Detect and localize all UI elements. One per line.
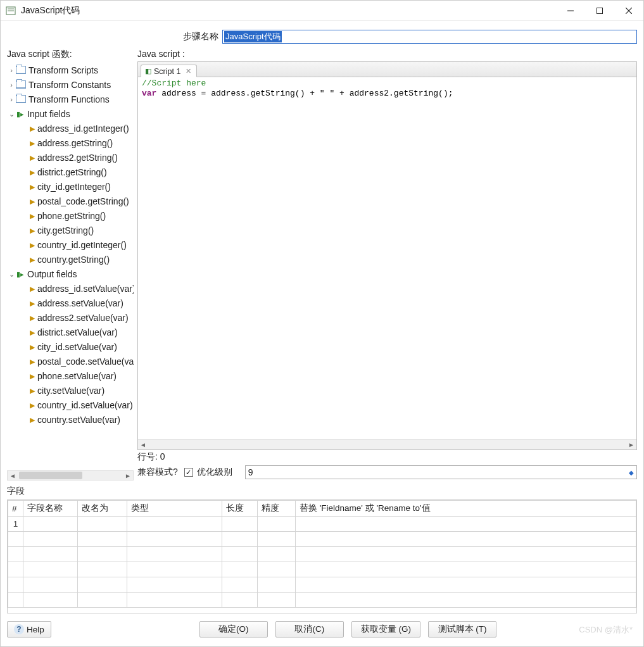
table-cell[interactable]: 1 — [8, 517, 23, 532]
table-row[interactable] — [8, 593, 636, 608]
tree-row[interactable]: ▶address.getString() — [7, 135, 134, 150]
table-cell[interactable] — [222, 577, 258, 593]
tree-row[interactable]: ▶address_id.getInteger() — [7, 121, 134, 135]
cancel-button[interactable]: 取消(C) — [275, 621, 344, 638]
table-cell[interactable] — [258, 577, 296, 593]
tree-row[interactable]: ⌄▮▸Input fields — [7, 106, 134, 121]
table-cell[interactable] — [296, 577, 636, 593]
functions-tree[interactable]: ›Transform Scripts›Transform Constants›T… — [7, 63, 134, 470]
collapse-icon[interactable]: ⌄ — [7, 107, 16, 121]
table-row[interactable] — [8, 532, 636, 547]
table-cell[interactable] — [258, 593, 296, 608]
tree-row[interactable]: ▶postal_code.getString() — [7, 194, 134, 208]
tree-row[interactable]: ▶phone.getString() — [7, 208, 134, 223]
table-cell[interactable] — [296, 532, 636, 547]
table-cell[interactable] — [222, 593, 258, 608]
table-cell[interactable] — [258, 532, 296, 547]
table-row[interactable]: 1 — [8, 517, 636, 532]
editor-horizontal-scrollbar[interactable]: ◄ ► — [138, 439, 636, 449]
column-header[interactable]: 长度 — [222, 501, 258, 517]
maximize-button[interactable] — [585, 1, 614, 21]
tree-row[interactable]: ▶country_id.getInteger() — [7, 237, 134, 252]
table-cell[interactable] — [8, 547, 23, 562]
tree-horizontal-scrollbar[interactable]: ◄ ► — [7, 470, 134, 481]
table-cell[interactable] — [127, 577, 222, 593]
get-variables-button[interactable]: 获取变量 (G) — [351, 621, 420, 638]
close-button[interactable] — [614, 1, 643, 21]
table-cell[interactable] — [258, 517, 296, 532]
table-cell[interactable] — [258, 562, 296, 577]
column-header[interactable]: 改名为 — [78, 501, 127, 517]
column-header[interactable]: 替换 'Fieldname' 或 'Rename to'值 — [296, 501, 636, 517]
tree-row[interactable]: ›Transform Functions — [7, 92, 134, 106]
table-cell[interactable] — [296, 547, 636, 562]
code-area[interactable]: //Script here var address = address.getS… — [138, 77, 636, 439]
table-cell[interactable] — [222, 517, 258, 532]
scroll-right-icon[interactable]: ► — [626, 441, 636, 449]
ok-button[interactable]: 确定(O) — [199, 621, 268, 638]
expand-icon[interactable]: › — [7, 78, 16, 92]
tree-row[interactable]: ▶city_id.setValue(var) — [7, 339, 134, 354]
test-script-button[interactable]: 测试脚本 (T) — [428, 621, 496, 638]
tab-close-icon[interactable]: ✕ — [186, 67, 191, 75]
table-cell[interactable] — [8, 593, 23, 608]
column-header[interactable]: 类型 — [127, 501, 222, 517]
tree-row[interactable]: ▶city.setValue(var) — [7, 383, 134, 398]
tree-row[interactable]: ▶address2.setValue(var) — [7, 310, 134, 325]
compat-mode-checkbox[interactable]: ✓ — [184, 468, 193, 477]
table-cell[interactable] — [78, 593, 127, 608]
table-cell[interactable] — [78, 517, 127, 532]
tree-row[interactable]: ▶country_id.setValue(var) — [7, 398, 134, 412]
tab-script-1[interactable]: ◧ Script 1 ✕ — [141, 65, 197, 77]
column-header[interactable]: 字段名称 — [23, 501, 78, 517]
table-cell[interactable] — [23, 517, 78, 532]
help-button[interactable]: ? Help — [7, 621, 51, 638]
opt-level-input[interactable]: 9 ◆ — [245, 465, 637, 479]
tree-row[interactable]: ▶address2.getString() — [7, 150, 134, 165]
table-cell[interactable] — [8, 532, 23, 547]
tree-row[interactable]: ▶country.getString() — [7, 252, 134, 267]
script-editor[interactable]: ◧ Script 1 ✕ //Script here var address =… — [137, 61, 637, 450]
table-cell[interactable] — [8, 562, 23, 577]
table-cell[interactable] — [127, 562, 222, 577]
table-cell[interactable] — [127, 517, 222, 532]
table-cell[interactable] — [78, 562, 127, 577]
tree-row[interactable]: ▶address_id.setValue(var) — [7, 281, 134, 296]
table-cell[interactable] — [23, 562, 78, 577]
expand-icon[interactable]: › — [7, 92, 16, 106]
table-row[interactable] — [8, 547, 636, 562]
table-cell[interactable] — [296, 593, 636, 608]
table-cell[interactable] — [78, 577, 127, 593]
table-cell[interactable] — [127, 532, 222, 547]
tree-row[interactable]: ▶city.getString() — [7, 223, 134, 237]
tree-row[interactable]: ▶district.getString() — [7, 165, 134, 179]
table-cell[interactable] — [296, 517, 636, 532]
scroll-right-icon[interactable]: ► — [123, 471, 133, 480]
table-cell[interactable] — [127, 593, 222, 608]
table-cell[interactable] — [222, 562, 258, 577]
table-row[interactable] — [8, 562, 636, 577]
column-header[interactable]: 精度 — [258, 501, 296, 517]
table-cell[interactable] — [23, 532, 78, 547]
scroll-left-icon[interactable]: ◄ — [8, 471, 18, 480]
table-cell[interactable] — [78, 532, 127, 547]
tree-row[interactable]: ›Transform Scripts — [7, 63, 134, 77]
table-cell[interactable] — [23, 593, 78, 608]
table-cell[interactable] — [127, 547, 222, 562]
tree-row[interactable]: ▶phone.setValue(var) — [7, 368, 134, 383]
table-cell[interactable] — [222, 532, 258, 547]
table-cell[interactable] — [78, 547, 127, 562]
table-cell[interactable] — [258, 547, 296, 562]
table-cell[interactable] — [23, 577, 78, 593]
tree-row[interactable]: ▶address.setValue(var) — [7, 296, 134, 310]
tree-row[interactable]: ▶postal_code.setValue(var) — [7, 354, 134, 368]
table-cell[interactable] — [23, 547, 78, 562]
tree-row[interactable]: ▶district.setValue(var) — [7, 325, 134, 339]
fields-table[interactable]: #字段名称改名为类型长度精度替换 'Fieldname' 或 'Rename t… — [7, 499, 637, 613]
column-header[interactable]: # — [8, 501, 23, 517]
table-cell[interactable] — [222, 547, 258, 562]
tree-row[interactable]: ⌄▮▸Output fields — [7, 267, 134, 281]
tree-row[interactable]: ▶city_id.getInteger() — [7, 179, 134, 194]
step-name-input[interactable]: JavaScript代码 — [222, 30, 637, 44]
tree-row[interactable]: ▶country.setValue(var) — [7, 412, 134, 427]
